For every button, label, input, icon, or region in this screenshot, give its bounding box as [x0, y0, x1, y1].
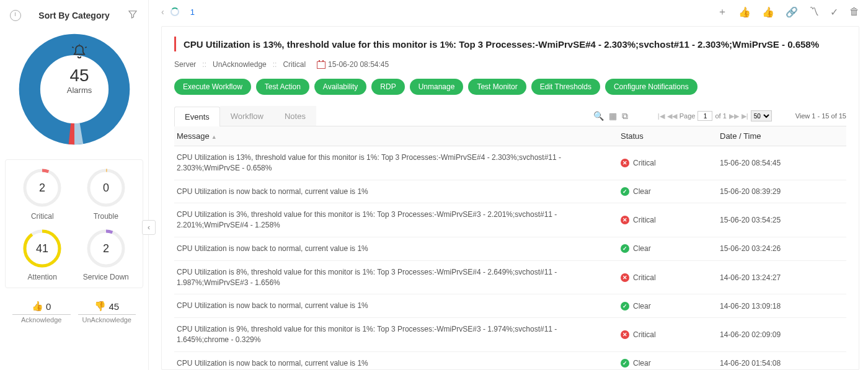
- thumb-up-icon: 👍: [32, 301, 43, 312]
- category-donut-trouble[interactable]: 0 Trouble: [76, 166, 137, 221]
- sort-asc-icon: ▲: [211, 134, 217, 140]
- donut-center: 45 Alarms: [5, 43, 154, 95]
- clock-icon[interactable]: [10, 10, 21, 21]
- clear-status-icon: ✓: [621, 359, 629, 368]
- unacknowledge-count[interactable]: 👎45 UnAcknowledge: [74, 301, 140, 324]
- category-donut-service-down[interactable]: 2 Service Down: [76, 227, 137, 281]
- action-edit-thresholds[interactable]: Edit Thresholds: [531, 79, 600, 95]
- thumb-up-outline-icon[interactable]: 👍: [738, 6, 751, 18]
- ack-state: UnAcknowledge: [213, 60, 267, 69]
- tabs: EventsWorkflowNotes: [174, 106, 316, 126]
- search-icon[interactable]: 🔍: [593, 111, 604, 121]
- pager-last-icon[interactable]: ▶|: [742, 112, 748, 120]
- calendar-icon: [317, 61, 326, 69]
- table-row[interactable]: CPU Utilization is 9%, threshold value f…: [174, 318, 846, 352]
- event-date: 15-06-20 03:24:26: [720, 244, 844, 253]
- event-message: CPU Utilization is now back to normal, c…: [177, 244, 621, 254]
- event-message: CPU Utilization is 9%, threshold value f…: [177, 324, 621, 345]
- detail-card: CPU Utilization is 13%, threshold value …: [161, 26, 859, 370]
- columns-icon[interactable]: ▦: [609, 111, 617, 121]
- table-row[interactable]: CPU Utilization is now back to normal, c…: [174, 237, 846, 261]
- trash-icon[interactable]: 🗑: [849, 6, 859, 17]
- col-date[interactable]: Date / Time: [720, 131, 844, 141]
- table-row[interactable]: CPU Utilization is 13%, threshold value …: [174, 146, 846, 180]
- pager-page-input[interactable]: [698, 111, 712, 121]
- table-header: Message▲ Status Date / Time: [174, 126, 846, 146]
- severity-label: Critical: [283, 60, 306, 69]
- action-test-action[interactable]: Test Action: [256, 79, 309, 95]
- event-status: ✕ Critical: [621, 273, 720, 282]
- svg-text:2: 2: [103, 242, 109, 255]
- link-icon[interactable]: 🔗: [786, 6, 798, 18]
- thumb-up-filled-icon[interactable]: 👍: [762, 6, 774, 18]
- event-date: 15-06-20 08:39:29: [720, 187, 844, 196]
- alert-title: CPU Utilization is 13%, threshold value …: [184, 39, 819, 50]
- svg-text:41: 41: [36, 242, 48, 255]
- event-date: 14-06-20 02:09:09: [720, 330, 844, 339]
- critical-status-icon: ✕: [621, 330, 629, 339]
- pager: |◀ ◀◀ Page of 1 ▶▶ ▶| 50: [658, 110, 772, 121]
- table-row[interactable]: CPU Utilization is now back to normal, c…: [174, 352, 846, 369]
- thumb-down-icon: 👎: [94, 301, 106, 312]
- acknowledge-count[interactable]: 👍0 Acknowledge: [9, 301, 74, 324]
- event-status: ✓ Clear: [621, 359, 720, 368]
- action-test-monitor[interactable]: Test Monitor: [468, 79, 526, 95]
- action-unmanage[interactable]: Unmanage: [410, 79, 464, 95]
- table-row[interactable]: CPU Utilization is now back to normal, c…: [174, 294, 846, 318]
- action-execute-workflow[interactable]: Execute Workflow: [174, 79, 251, 95]
- action-configure-notifications[interactable]: Configure Notifications: [605, 79, 698, 95]
- critical-status-icon: ✕: [621, 159, 629, 167]
- action-rdp[interactable]: RDP: [371, 79, 404, 95]
- event-message: CPU Utilization is 8%, threshold value f…: [177, 267, 621, 288]
- view-count: View 1 - 15 of 15: [795, 112, 846, 120]
- event-date: 15-06-20 03:54:25: [720, 216, 844, 224]
- tab-notes[interactable]: Notes: [274, 106, 316, 126]
- filter-icon[interactable]: [127, 9, 138, 22]
- clear-status-icon: ✓: [621, 187, 629, 196]
- alarm-count: 45: [5, 66, 154, 86]
- svg-text:0: 0: [103, 182, 109, 194]
- tab-events[interactable]: Events: [174, 107, 220, 126]
- event-status: ✓ Clear: [621, 302, 720, 311]
- table-row[interactable]: CPU Utilization is 8%, threshold value f…: [174, 261, 846, 295]
- table-row[interactable]: CPU Utilization is now back to normal, c…: [174, 180, 846, 204]
- table-row[interactable]: CPU Utilization is 3%, threshold value f…: [174, 203, 846, 237]
- event-date: 14-06-20 01:54:08: [720, 359, 844, 368]
- event-message: CPU Utilization is 13%, threshold value …: [177, 152, 621, 174]
- event-status: ✓ Clear: [621, 244, 720, 253]
- pager-size-select[interactable]: 50: [751, 110, 772, 121]
- pager-first-icon[interactable]: |◀: [658, 112, 665, 120]
- event-status: ✕ Critical: [621, 216, 720, 224]
- clear-status-icon: ✓: [621, 302, 629, 311]
- back-icon[interactable]: ‹: [161, 7, 164, 17]
- event-status: ✓ Clear: [621, 187, 720, 196]
- alert-meta: Server :: UnAcknowledge :: Critical 15-0…: [174, 60, 846, 69]
- graph-icon[interactable]: 〽: [809, 6, 819, 17]
- events-table-body[interactable]: CPU Utilization is 13%, threshold value …: [174, 146, 846, 369]
- add-icon[interactable]: ＋: [717, 6, 727, 19]
- export-icon[interactable]: ⧉: [622, 111, 628, 121]
- event-date: 14-06-20 13:09:18: [720, 302, 844, 311]
- alarm-label: Alarms: [5, 86, 154, 95]
- severity-bar: [174, 37, 176, 51]
- event-date: 15-06-20 08:54:45: [720, 159, 844, 167]
- col-status[interactable]: Status: [621, 131, 720, 141]
- action-buttons: Execute WorkflowTest ActionAvailabilityR…: [174, 79, 846, 95]
- col-message[interactable]: Message: [177, 131, 210, 141]
- pager-next-icon[interactable]: ▶▶: [729, 112, 739, 120]
- event-message: CPU Utilization is now back to normal, c…: [177, 301, 621, 311]
- critical-status-icon: ✕: [621, 273, 629, 282]
- collapse-sidebar-button[interactable]: ‹: [142, 220, 156, 235]
- breadcrumb-number[interactable]: 1: [190, 7, 195, 17]
- pager-prev-icon[interactable]: ◀◀: [667, 112, 677, 120]
- category-donut-attention[interactable]: 41 Attention: [12, 227, 73, 281]
- check-icon[interactable]: ✓: [830, 6, 838, 18]
- server-label: Server: [174, 60, 196, 69]
- tab-workflow[interactable]: Workflow: [220, 106, 274, 126]
- clear-status-icon: ✓: [621, 244, 629, 253]
- critical-status-icon: ✕: [621, 216, 629, 224]
- sidebar: Sort By Category 45 Alarms 2 Critical: [0, 0, 149, 370]
- top-bar: ‹ 1 ＋ 👍 👍 🔗 〽 ✓ 🗑: [161, 5, 859, 19]
- action-availability[interactable]: Availability: [314, 79, 366, 95]
- category-donut-critical[interactable]: 2 Critical: [12, 166, 73, 221]
